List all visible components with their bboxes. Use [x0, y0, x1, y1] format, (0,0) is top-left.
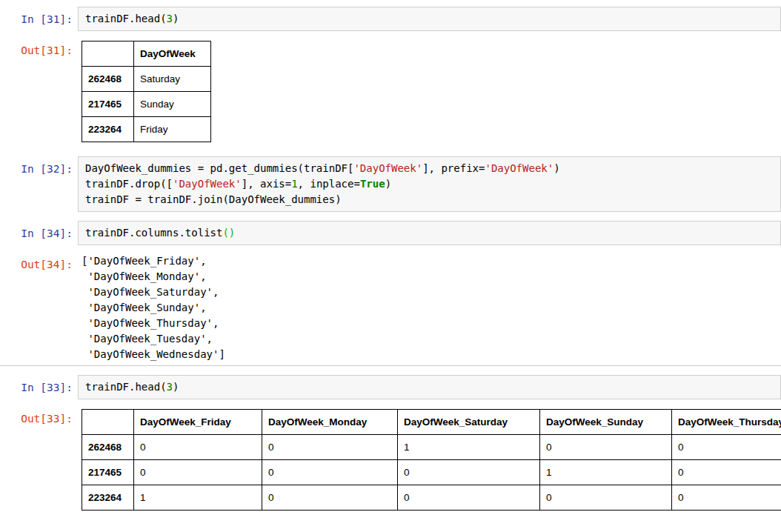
- table-cell: 0: [540, 485, 672, 511]
- column-header: [82, 410, 134, 435]
- code-input-32[interactable]: DayOfWeek_dummies = pd.get_dummies(train…: [78, 156, 781, 212]
- table-row: 217465Sunday: [82, 92, 211, 117]
- code-content-31: trainDF.head(3): [85, 11, 774, 27]
- table-cell: 0: [262, 485, 398, 511]
- table-cell: 1: [398, 435, 540, 460]
- input-prompt-32: In [32]:: [0, 156, 78, 176]
- output-prompt-34: Out[34]:: [0, 252, 78, 272]
- column-header: DayOfWeek_Sunday: [540, 410, 672, 435]
- table-cell: Saturday: [134, 67, 211, 92]
- column-header: DayOfWeek_Saturday: [398, 410, 540, 435]
- code-input-34[interactable]: trainDF.columns.tolist(): [78, 221, 781, 245]
- table-cell: 1: [540, 460, 672, 485]
- input-prompt-31: In [31]:: [0, 7, 78, 27]
- table-cell: 1: [134, 485, 262, 511]
- table-row: 22326410000: [82, 485, 781, 511]
- output-line: 'DayOfWeek_Monday',: [82, 269, 781, 285]
- cell-divider: [0, 365, 781, 366]
- code-cell-34: In [34]: trainDF.columns.tolist(): [0, 221, 781, 245]
- output-cell-33: Out[33]: DayOfWeek_FridayDayOfWeek_Monda…: [0, 406, 781, 513]
- output-line: 'DayOfWeek_Tuesday',: [82, 331, 781, 347]
- output-line: 'DayOfWeek_Thursday',: [82, 316, 781, 331]
- dataframe-table-31: DayOfWeek262468Saturday217465Sunday22326…: [82, 41, 211, 142]
- output-cell-34: Out[34]: ['DayOfWeek_Friday', 'DayOfWeek…: [0, 252, 781, 362]
- output-area-34: ['DayOfWeek_Friday', 'DayOfWeek_Monday',…: [78, 252, 781, 362]
- code-cell-33: In [33]: trainDF.head(3): [0, 375, 781, 399]
- table-cell: 0: [398, 460, 540, 485]
- output-line: 'DayOfWeek_Sunday',: [82, 300, 781, 316]
- row-index: 217465: [82, 92, 134, 117]
- table-cell: 0: [262, 435, 398, 460]
- header-row: DayOfWeek_FridayDayOfWeek_MondayDayOfWee…: [82, 410, 781, 435]
- table-row: 223264Friday: [82, 117, 211, 142]
- code-input-33[interactable]: trainDF.head(3): [78, 375, 781, 399]
- column-header: DayOfWeek_Monday: [262, 410, 398, 435]
- table-cell: 0: [672, 435, 781, 460]
- row-index: 223264: [82, 117, 134, 142]
- output-text-34: ['DayOfWeek_Friday', 'DayOfWeek_Monday',…: [82, 253, 781, 362]
- output-line: ['DayOfWeek_Friday',: [82, 253, 781, 269]
- table-row: 26246800100: [82, 435, 781, 460]
- column-header: DayOfWeek_Thursday: [672, 410, 781, 435]
- table-cell: Friday: [134, 117, 211, 142]
- column-header: [82, 41, 134, 67]
- table-cell: Sunday: [134, 92, 211, 117]
- row-index: 223264: [82, 485, 134, 511]
- input-prompt-33: In [33]:: [0, 375, 78, 395]
- table-cell: 0: [672, 460, 781, 485]
- code-cell-31: In [31]: trainDF.head(3): [0, 7, 781, 31]
- table-row: 21746500010: [82, 460, 781, 485]
- output-cell-31: Out[31]: DayOfWeek262468Saturday217465Su…: [0, 38, 781, 145]
- input-prompt-34: In [34]:: [0, 221, 78, 241]
- code-content-34: trainDF.columns.tolist(): [85, 225, 774, 241]
- output-prompt-33: Out[33]:: [0, 406, 78, 426]
- row-index: 217465: [82, 460, 134, 485]
- output-area-31: DayOfWeek262468Saturday217465Sunday22326…: [78, 38, 781, 145]
- table-cell: 0: [672, 485, 781, 511]
- output-prompt-31: Out[31]:: [0, 38, 78, 58]
- table-cell: 0: [262, 460, 398, 485]
- table-cell: 0: [398, 485, 540, 511]
- table-cell: 0: [540, 435, 672, 460]
- notebook: In [31]: trainDF.head(3) Out[31]: DayOfW…: [0, 0, 781, 513]
- code-content-33: trainDF.head(3): [85, 379, 774, 395]
- output-line: 'DayOfWeek_Wednesday']: [82, 347, 781, 362]
- column-header: DayOfWeek_Friday: [134, 410, 262, 435]
- output-line: 'DayOfWeek_Saturday',: [82, 285, 781, 300]
- header-row: DayOfWeek: [82, 41, 211, 67]
- dataframe-table-33: DayOfWeek_FridayDayOfWeek_MondayDayOfWee…: [82, 409, 781, 511]
- table-row: 262468Saturday: [82, 67, 211, 92]
- row-index: 262468: [82, 67, 134, 92]
- column-header: DayOfWeek: [134, 41, 211, 67]
- code-content-32: DayOfWeek_dummies = pd.get_dummies(train…: [85, 161, 774, 207]
- row-index: 262468: [82, 435, 134, 460]
- table-cell: 0: [134, 435, 262, 460]
- code-input-31[interactable]: trainDF.head(3): [78, 7, 781, 31]
- table-cell: 0: [134, 460, 262, 485]
- output-area-33: DayOfWeek_FridayDayOfWeek_MondayDayOfWee…: [78, 406, 781, 513]
- code-cell-32: In [32]: DayOfWeek_dummies = pd.get_dumm…: [0, 156, 781, 212]
